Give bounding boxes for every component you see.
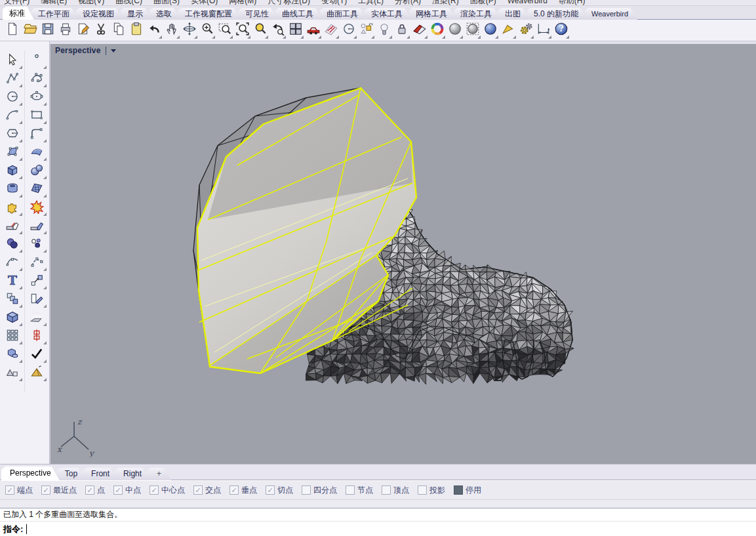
layer-wedge-button[interactable]: [410, 21, 428, 39]
sidebar-move-scale-button[interactable]: [26, 272, 48, 291]
new-file-button[interactable]: [3, 21, 21, 39]
lock-button[interactable]: [393, 21, 410, 39]
osnap-10[interactable]: 节点: [346, 485, 373, 496]
toolbar-tab-9[interactable]: 实体工具: [365, 8, 412, 20]
osnap-11[interactable]: 顶点: [382, 485, 409, 496]
cut-button[interactable]: [92, 21, 109, 39]
arrow-cone-button[interactable]: [499, 21, 517, 39]
sidebar-group-button[interactable]: [1, 346, 24, 364]
zoom-extents-button[interactable]: [233, 21, 251, 39]
toolbar-tab-11[interactable]: 渲染工具: [454, 8, 501, 20]
undo-view-button[interactable]: [269, 21, 287, 39]
shaded-sphere-button[interactable]: [446, 21, 464, 39]
menu-item[interactable]: 渲染(R): [432, 0, 459, 6]
toolbar-tab-1[interactable]: 工作平面: [31, 8, 79, 20]
toolbar-tab-7[interactable]: 曲线工具: [275, 8, 323, 20]
zoom-dynamic-button[interactable]: [198, 21, 216, 39]
toolbar-tab-standard[interactable]: 标准: [3, 7, 34, 20]
menu-item[interactable]: 网格(M): [229, 0, 256, 6]
sidebar-copy-squares-button[interactable]: [1, 291, 24, 309]
sidebar-fillet-curve-button[interactable]: [26, 125, 48, 144]
viewport-tab-top[interactable]: Top: [56, 468, 86, 480]
sidebar-box-button[interactable]: [1, 162, 24, 180]
osnap-6[interactable]: ✓交点: [193, 485, 221, 496]
osnap-2[interactable]: ✓最近点: [41, 485, 77, 496]
sidebar-control-curve-button[interactable]: [26, 70, 48, 89]
osnap-3[interactable]: ✓点: [85, 485, 105, 496]
sidebar-cone-cube-button[interactable]: [1, 364, 24, 382]
sidebar-circle-center-button[interactable]: [1, 89, 24, 107]
viewport-tab-perspective[interactable]: Perspective: [1, 466, 60, 480]
sidebar-pyramid-button[interactable]: [26, 364, 48, 382]
sidebar-trim-button[interactable]: [26, 291, 48, 309]
menu-item[interactable]: 视图(V): [78, 0, 104, 6]
sidebar-solid-box-button[interactable]: [1, 309, 24, 327]
osnap-disable[interactable]: 停用: [454, 485, 481, 496]
viewport-layout-button[interactable]: [287, 21, 304, 39]
rendered-sphere-button[interactable]: [481, 21, 499, 39]
dimension-button[interactable]: [534, 21, 552, 39]
sidebar-single-point-button[interactable]: [26, 52, 48, 70]
viewport-title[interactable]: Perspective: [55, 46, 116, 55]
menu-item[interactable]: 曲线(C): [115, 0, 142, 6]
zoom-window-button[interactable]: [216, 21, 233, 39]
osnap-9[interactable]: 四分点: [302, 485, 337, 496]
toolbar-tab-2[interactable]: 设定视图: [76, 8, 123, 20]
sidebar-boolean-union-button[interactable]: [1, 236, 24, 254]
viewport-tab-right[interactable]: Right: [115, 468, 150, 480]
menu-item[interactable]: 编辑(E): [41, 0, 67, 6]
toolbar-tab-3[interactable]: 显示: [121, 8, 152, 20]
toolbar-tab-4[interactable]: 选取: [149, 8, 181, 20]
undo-button[interactable]: [145, 21, 163, 39]
sidebar-rectangle-button[interactable]: [26, 107, 48, 125]
sidebar-align-button[interactable]: [26, 327, 48, 346]
menu-item[interactable]: 工具(L): [358, 0, 384, 6]
options-gears-button[interactable]: [517, 21, 534, 39]
menu-item[interactable]: 帮助(H): [559, 0, 586, 6]
osnap-7[interactable]: ✓垂点: [229, 485, 257, 496]
zoom-selected-button[interactable]: [251, 21, 269, 39]
menu-item[interactable]: 实体(O): [191, 0, 218, 6]
menu-item[interactable]: 变动(T): [321, 0, 347, 6]
viewport-perspective[interactable]: Perspective z x y: [50, 44, 756, 464]
toolbar-tab-8[interactable]: 曲面工具: [320, 8, 367, 20]
menu-item[interactable]: Weaverbird: [507, 0, 547, 5]
menu-item[interactable]: 文件(F): [4, 0, 30, 6]
menu-item[interactable]: 曲面(S): [153, 0, 180, 6]
drafting-cplane-button[interactable]: [322, 21, 340, 39]
toolbar-tab-12[interactable]: 出图: [498, 8, 530, 20]
ghosted-sphere-button[interactable]: [464, 21, 481, 39]
sidebar-cylinder-button[interactable]: [1, 180, 24, 199]
rotate-view-button[interactable]: [180, 21, 198, 39]
sidebar-select-arrow-button[interactable]: [1, 52, 24, 70]
menu-item[interactable]: 尺寸标注(D): [268, 0, 310, 6]
color-wheel-button[interactable]: [428, 21, 446, 39]
sidebar-array-grid-button[interactable]: [1, 327, 24, 346]
sidebar-arc-button[interactable]: [1, 107, 24, 125]
sidebar-polygon-button[interactable]: [1, 125, 24, 144]
help-button[interactable]: ?: [552, 21, 570, 39]
toolbar-tab-14[interactable]: Weaverbird: [585, 8, 637, 20]
sidebar-fillet-edge-button[interactable]: [1, 217, 24, 236]
print-button[interactable]: [56, 21, 74, 39]
toolbar-tab-13[interactable]: 5.0 的新功能: [527, 8, 587, 20]
sidebar-polyline-button[interactable]: [1, 70, 24, 89]
sidebar-deform-box-button[interactable]: [26, 180, 48, 199]
sidebar-loft-surface-button[interactable]: [26, 144, 48, 162]
sidebar-point-dots-button[interactable]: [26, 236, 48, 254]
light-button[interactable]: [375, 21, 393, 39]
command-line[interactable]: 指令:: [0, 521, 756, 536]
circle-center-button[interactable]: [340, 21, 357, 39]
object-shapes-button[interactable]: [357, 21, 375, 39]
menu-item[interactable]: 分析(A): [395, 0, 421, 6]
copy-button[interactable]: [109, 21, 127, 39]
edit-properties-button[interactable]: [74, 21, 92, 39]
osnap-8[interactable]: ✓切点: [266, 485, 293, 496]
car-button[interactable]: [304, 21, 322, 39]
osnap-5[interactable]: ✓中心点: [149, 485, 185, 496]
toolbar-tab-10[interactable]: 网格工具: [409, 8, 456, 20]
sidebar-explode-burst-button[interactable]: [26, 199, 48, 217]
sidebar-ellipse-button[interactable]: [26, 89, 48, 107]
new-viewport-tab[interactable]: +: [147, 468, 171, 480]
paste-button[interactable]: [127, 21, 145, 39]
